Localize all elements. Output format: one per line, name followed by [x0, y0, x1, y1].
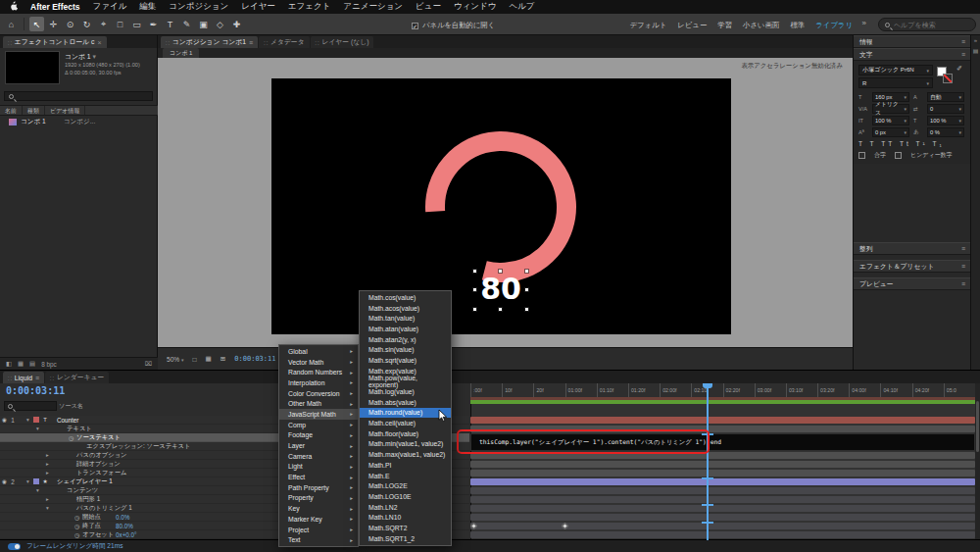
layer-visibility-icon[interactable]: ◉: [0, 417, 9, 423]
expander-icon[interactable]: ▾: [26, 478, 33, 484]
label-color-chip[interactable]: [33, 417, 39, 423]
character-field[interactable]: あ 0 %▾: [913, 127, 964, 137]
row-name[interactable]: 詳細オプション: [76, 460, 121, 469]
tool-button[interactable]: ⊙: [63, 17, 77, 31]
layer-duration-bar[interactable]: [470, 478, 975, 485]
new-folder-icon[interactable]: ▦: [18, 360, 24, 368]
expression-menu-item[interactable]: Layer ▸: [279, 440, 358, 451]
panel-tab[interactable]: ∷ メタデータ ≡: [259, 36, 309, 48]
workspace-tab[interactable]: ライブラリ: [815, 21, 853, 30]
selection-handle[interactable]: [499, 270, 502, 273]
tool-button[interactable]: ◇: [213, 17, 227, 31]
column-header[interactable]: 名前: [0, 106, 23, 115]
mask-toggle-icon[interactable]: ▦: [206, 355, 212, 363]
expression-submenu-item[interactable]: Math.cos(value): [360, 292, 451, 303]
character-field[interactable]: A 自動▾: [913, 92, 964, 102]
selection-handle[interactable]: [473, 288, 476, 291]
expression-submenu-item[interactable]: Math.tan(value): [360, 313, 451, 324]
expression-menu-item[interactable]: Global ▸: [279, 346, 358, 357]
stopwatch-icon[interactable]: ◷: [69, 434, 76, 441]
expression-submenu-item[interactable]: Math.atan(value): [360, 324, 451, 334]
expression-submenu-item[interactable]: Math.LN10: [360, 512, 451, 523]
panel-menu-icon[interactable]: ≡: [35, 375, 39, 381]
stopwatch-icon[interactable]: ◷: [74, 531, 82, 538]
row-name[interactable]: 楕円形 1: [76, 495, 100, 504]
expression-menu-item[interactable]: Random Numbers ▸: [279, 367, 358, 377]
panel-menu-icon[interactable]: ≡: [961, 245, 965, 252]
tool-button[interactable]: ✎: [179, 17, 194, 31]
expander-icon[interactable]: ▾: [36, 487, 43, 493]
ligatures-checkbox[interactable]: [858, 152, 865, 159]
auto-open-checkbox[interactable]: ✓: [412, 23, 418, 29]
expression-menu-item[interactable]: Vector Math ▸: [279, 357, 358, 368]
expression-submenu-item[interactable]: Math.LOG2E: [360, 480, 451, 491]
expression-menu-item[interactable]: JavaScript Math ▸: [279, 409, 358, 420]
tool-button[interactable]: ▣: [196, 17, 211, 31]
expression-submenu-item[interactable]: Math.floor(value): [360, 428, 451, 439]
trash-icon[interactable]: ⌧: [145, 360, 152, 368]
timeline-graph-row[interactable]: [470, 416, 975, 425]
character-panel-header[interactable]: 文字≡: [854, 48, 971, 61]
tool-button[interactable]: ✒: [146, 17, 161, 31]
expression-submenu-item[interactable]: Math.PI: [360, 460, 451, 471]
expression-submenu-item[interactable]: Math.LOG10E: [360, 491, 451, 502]
layer-duration-bar[interactable]: [470, 487, 975, 494]
tab-effect-controls[interactable]: ∷ エフェクトコントロール c ×: [3, 36, 107, 48]
selection-handle[interactable]: [499, 308, 502, 311]
panel-menu-icon[interactable]: ≡: [249, 39, 253, 46]
region-of-interest-icon[interactable]: ⊞: [220, 355, 226, 363]
expression-submenu-item[interactable]: Math.SQRT1_2: [360, 533, 451, 544]
effects-presets-panel-header[interactable]: エフェクト＆プリセット≡: [854, 260, 971, 273]
character-field[interactable]: V/A メトリクス▾: [858, 104, 909, 114]
menubar-item[interactable]: コンポジション: [169, 1, 228, 13]
project-search-field[interactable]: [4, 91, 153, 101]
expression-submenu-item[interactable]: Math.sqrt(value): [360, 355, 451, 366]
workspace-tab[interactable]: デフォルト: [629, 21, 666, 30]
info-panel-header[interactable]: 情報≡: [854, 35, 971, 48]
column-header[interactable]: ビデオ情報: [45, 106, 85, 115]
timeline-graph-row[interactable]: [470, 513, 975, 522]
apple-icon[interactable]: [10, 1, 18, 13]
source-name-column-header[interactable]: ソース名: [59, 402, 83, 411]
layer-duration-bar[interactable]: [470, 470, 975, 477]
hindi-digits-checkbox[interactable]: [895, 152, 902, 159]
menubar-item[interactable]: ファイル: [93, 1, 127, 13]
stopwatch-icon[interactable]: ◷: [74, 514, 82, 521]
layer-visibility-icon[interactable]: ◉: [0, 478, 9, 484]
timeline-graph-row[interactable]: [470, 469, 975, 477]
expander-icon[interactable]: ▾: [46, 505, 53, 511]
layer-duration-bar[interactable]: [470, 496, 975, 503]
faux-styles-row[interactable]: T T TT Tt T¹ T₁: [858, 140, 966, 147]
menubar-item[interactable]: ウィンドウ: [454, 1, 497, 13]
selection-handle[interactable]: [525, 308, 528, 311]
close-icon[interactable]: ×: [97, 39, 101, 46]
selection-handle[interactable]: [473, 308, 476, 311]
expander-icon[interactable]: ▸: [46, 470, 53, 476]
timeline-search-field[interactable]: [4, 401, 57, 411]
timeline-graph-row[interactable]: [470, 522, 975, 530]
scrollbar-thumb[interactable]: [976, 401, 979, 452]
layer-duration-bar[interactable]: [470, 505, 975, 512]
timeline-graph-row[interactable]: [470, 530, 975, 539]
font-family-dropdown[interactable]: 小塚ゴシック Pr6N▾: [858, 65, 933, 75]
help-search[interactable]: [878, 18, 976, 31]
layer-duration-bar[interactable]: [470, 514, 975, 521]
align-panel-header[interactable]: 整列≡: [854, 242, 971, 255]
render-time-toggle[interactable]: [8, 543, 21, 550]
expression-menu-item[interactable]: Marker Key ▸: [279, 514, 358, 525]
expander-icon[interactable]: ▸: [46, 461, 53, 467]
row-name[interactable]: シェイプレイヤー 1: [57, 477, 113, 486]
expression-menu-item[interactable]: Property ▸: [279, 493, 358, 504]
timeline-graph-row[interactable]: [470, 460, 975, 469]
menubar-item[interactable]: ヘルプ: [509, 1, 534, 13]
expression-menu-item[interactable]: Camera ▸: [279, 451, 358, 462]
new-composition-icon[interactable]: ▤: [29, 360, 35, 368]
layer-duration-bar[interactable]: [470, 523, 975, 529]
panel-dock-icon[interactable]: ▤: [971, 46, 980, 57]
auto-open-panels-option[interactable]: ✓ パネルを自動的に開く: [412, 21, 495, 30]
timeline-graph-row[interactable]: [470, 486, 975, 495]
workspace-tab[interactable]: レビュー: [677, 21, 707, 30]
expander-icon[interactable]: ▾: [26, 417, 33, 423]
expression-menu-item[interactable]: Color Conversion ▸: [279, 388, 358, 399]
expression-submenu-item[interactable]: Math.LN2: [360, 502, 451, 513]
